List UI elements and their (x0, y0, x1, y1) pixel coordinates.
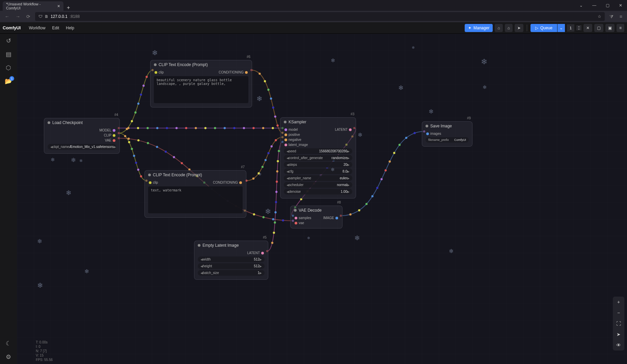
sampler-widget[interactable]: ◀sampler_nameeuler▶ (284, 175, 352, 181)
snowflake-icon: ❄ (84, 268, 89, 275)
seed-widget[interactable]: ◀seed156680208700286▶ (284, 148, 352, 154)
port-latent-out[interactable] (261, 252, 264, 254)
panel-right-icon[interactable]: ▣ (605, 24, 615, 32)
node-empty-latent[interactable]: #5 Empty Latent Image LATENT ◀width512▶ … (194, 241, 268, 280)
svg-point-6 (175, 127, 178, 129)
node-clip-negative[interactable]: #7 CLIP Text Encode (Prompt) clipCONDITI… (144, 170, 246, 218)
svg-point-55 (282, 219, 284, 221)
locate-icon[interactable]: ➤ (613, 329, 624, 340)
tab-title: *Unsaved Workflow - ComfyUI (6, 2, 55, 10)
zoom-out-node-icon[interactable]: ⌂ (505, 24, 513, 32)
menu-workflow[interactable]: Workflow (25, 26, 49, 30)
app-hamburger-icon[interactable]: ≡ (617, 24, 624, 32)
node-id: #4 (114, 113, 118, 117)
snowflake-icon: ❄ (258, 172, 262, 177)
new-tab-button[interactable]: + (63, 5, 73, 11)
port-clip-in[interactable] (155, 71, 157, 74)
zoom-in-icon[interactable]: + (613, 297, 624, 307)
port-image-out[interactable] (335, 217, 338, 219)
port-model-in[interactable] (284, 128, 287, 131)
reload-icon[interactable]: ⟳ (25, 13, 32, 20)
port-latent-out[interactable] (349, 128, 352, 131)
queue-list-icon[interactable]: ▤ (6, 51, 11, 58)
port-clip-in[interactable] (149, 181, 152, 184)
cag-widget[interactable]: ◀control_after_generaterandomize▶ (284, 155, 352, 161)
folder-icon[interactable]: 📂1 (5, 78, 12, 85)
eye-icon[interactable]: 👁 (613, 340, 624, 351)
node-save-image[interactable]: #9 Save Image images filename_prefixComf… (422, 121, 472, 147)
node-clip-positive[interactable]: #6 CLIP Text Encode (Prompt) clipCONDITI… (150, 60, 252, 108)
forward-icon[interactable]: → (14, 13, 22, 20)
denoise-widget[interactable]: ◀denoise1.00▶ (284, 189, 352, 194)
url-bar[interactable]: 🛡 🗎 127.0.0.1:8188 ☆ (35, 12, 605, 21)
minimize-icon[interactable]: — (588, 3, 601, 8)
port-vae-out[interactable] (113, 139, 115, 142)
snowflake-icon: ❄ (256, 94, 263, 103)
svg-point-10 (214, 127, 216, 129)
node-title: Empty Latent Image (202, 243, 239, 248)
port-clip-out[interactable] (113, 134, 115, 137)
menu-help[interactable]: Help (62, 26, 78, 30)
svg-point-82 (276, 181, 278, 183)
node-load-checkpoint[interactable]: #4 Load Checkpoint MODEL CLIP VAE ◀ckpt_… (44, 118, 120, 154)
hamburger-icon[interactable]: ≡ (618, 13, 624, 20)
port-conditioning-out[interactable] (239, 181, 242, 184)
doc-icon: 🗎 (45, 14, 49, 19)
svg-point-37 (128, 138, 130, 140)
queue-dropdown[interactable]: ⌄ (557, 24, 565, 32)
zoom-in-node-icon[interactable]: ⌂ (495, 24, 502, 32)
shield-icon: 🛡 (38, 14, 43, 19)
back-icon[interactable]: ← (3, 13, 11, 20)
svg-point-41 (165, 151, 167, 153)
svg-point-21 (134, 112, 136, 114)
prompt-text[interactable]: text, watermark (148, 186, 243, 213)
svg-point-19 (126, 128, 128, 130)
settings-icon[interactable]: ⚙ (6, 353, 11, 361)
browser-tab[interactable]: *Unsaved Workflow - ComfyUI × (3, 1, 63, 11)
fullscreen-icon[interactable]: ⛶ (613, 318, 624, 329)
share-icon[interactable]: ➤ (515, 24, 523, 32)
svg-point-103 (371, 195, 373, 197)
maximize-icon[interactable]: ▢ (601, 3, 614, 8)
scheduler-widget[interactable]: ◀schedulernormal▶ (284, 182, 352, 188)
close-window-icon[interactable]: ✕ (614, 3, 627, 8)
panel-icon[interactable]: ▢ (594, 24, 603, 32)
svg-point-71 (267, 152, 269, 154)
width-widget[interactable]: ◀width512▶ (198, 256, 265, 262)
manager-button[interactable]: ✦Manager (465, 24, 493, 32)
cancel-icon[interactable]: ✕ (583, 24, 592, 32)
queue-button[interactable]: ▷Queue (530, 24, 557, 32)
svg-point-85 (278, 150, 280, 152)
tab-close-icon[interactable]: × (57, 3, 60, 9)
svg-point-54 (272, 218, 274, 220)
filename-widget[interactable]: filename_prefixComfyUI (426, 137, 469, 143)
theme-icon[interactable]: ☾ (6, 340, 11, 347)
zoom-out-icon[interactable]: − (613, 307, 624, 318)
extensions-icon[interactable]: ⧩ (608, 13, 615, 20)
node-library-icon[interactable]: ⬡ (6, 64, 11, 71)
svg-point-38 (137, 139, 139, 141)
batch-widget[interactable]: ◀batch_size1▶ (198, 270, 265, 276)
port-latent-in[interactable] (284, 144, 287, 146)
port-positive-in[interactable] (284, 133, 287, 136)
port-negative-in[interactable] (284, 139, 287, 141)
ckpt-dropdown[interactable]: ◀ckpt_nameÆmotion_Mix_v1.safetensors▶ (48, 144, 116, 150)
overflow-icon[interactable]: ⌄ (575, 3, 588, 8)
svg-point-81 (275, 191, 277, 193)
cfg-widget[interactable]: ◀cfg8.0▶ (284, 169, 352, 174)
bookmark-icon[interactable]: ☆ (598, 14, 601, 19)
node-ksampler[interactable]: #3 KSampler modelLATENT positive negativ… (280, 117, 356, 199)
prompt-text[interactable]: beautiful scenery nature glass bottle la… (154, 76, 248, 103)
port-model-out[interactable] (113, 129, 115, 132)
svg-point-79 (274, 211, 276, 213)
port-conditioning-out[interactable] (245, 71, 248, 74)
queue-stepper[interactable]: ▲▼ (576, 25, 581, 30)
history-icon[interactable]: ↺ (6, 37, 11, 44)
menu-edit[interactable]: Edit (49, 26, 63, 30)
node-vae-decode[interactable]: #8 VAE Decode samplesIMAGE vae (290, 206, 343, 229)
port-images-in[interactable] (426, 132, 429, 135)
height-widget[interactable]: ◀height512▶ (198, 263, 265, 269)
port-vae-in[interactable] (295, 222, 297, 224)
port-samples-in[interactable] (295, 217, 297, 219)
steps-widget[interactable]: ◀steps20▶ (284, 162, 352, 168)
